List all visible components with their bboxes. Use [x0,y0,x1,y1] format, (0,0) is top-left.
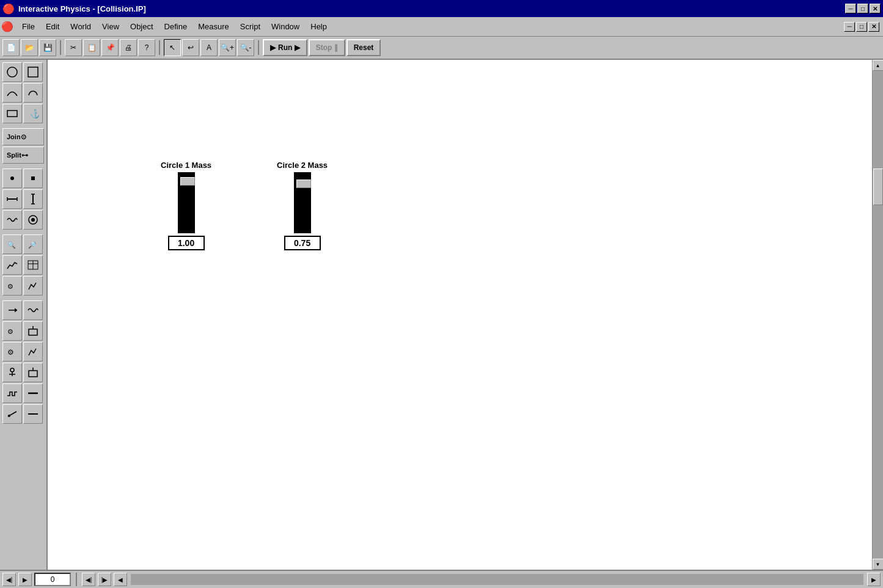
tool-measure1[interactable]: ⚙ [2,276,22,296]
h-scrollbar[interactable] [131,574,863,585]
tool-hbar[interactable] [23,383,43,403]
title-maximize-btn[interactable]: □ [857,4,868,13]
cut-btn[interactable]: ✂ [65,39,82,56]
run-icon: ▶ [270,43,276,52]
menu-help[interactable]: Help [306,20,332,34]
svg-rect-2 [7,111,17,117]
nav-right-btn[interactable]: ▶ [867,573,881,586]
tool-vline[interactable] [23,189,43,209]
tool-input[interactable] [23,321,43,341]
run-button[interactable]: ▶ Run ▶ [263,39,307,56]
circle2-mass-slider[interactable] [294,172,311,233]
tool-person[interactable] [2,363,22,382]
new-btn[interactable]: 📄 [2,39,20,56]
title-text: Interactive Physics - [Collision.IP] [18,4,146,13]
circle2-mass-value[interactable]: 0.75 [284,236,321,250]
scroll-down-btn[interactable]: ▼ [873,559,884,570]
menu-define[interactable]: Define [159,20,192,34]
reset-label: Reset [354,43,374,52]
svg-point-0 [7,67,17,77]
menu-window[interactable]: Window [266,20,304,34]
physics-canvas [48,60,231,151]
tool-sensor[interactable] [23,363,43,382]
save-btn[interactable]: 💾 [39,39,56,56]
open-btn[interactable]: 📂 [21,39,38,56]
circle1-mass-value[interactable]: 1.00 [168,236,205,250]
title-bar: 🔴 Interactive Physics - [Collision.IP] ─… [0,0,883,17]
tool-force[interactable] [2,300,22,320]
tool-graph[interactable] [2,255,22,275]
tool-gear[interactable]: ⚙ [2,342,22,361]
menu-file[interactable]: File [17,20,40,34]
tool-signal[interactable] [2,383,22,403]
text-btn[interactable]: A [200,39,218,56]
copy-btn[interactable]: 📋 [83,39,100,56]
menu-script[interactable]: Script [235,20,265,34]
help-btn[interactable]: ? [138,39,155,56]
tool-measure2[interactable] [23,276,43,296]
tool-table[interactable] [23,255,43,275]
paste-btn[interactable]: 📌 [101,39,119,56]
circle1-slider-thumb[interactable] [180,177,195,186]
canvas-area[interactable]: Circle 1 Mass 1.00 Circle 2 Mass 0.75 [48,60,872,570]
toolbar-sep-1 [60,40,61,55]
tool-rect[interactable] [23,62,43,82]
split-btn[interactable]: Split⊶ [2,147,44,164]
tool-point[interactable] [2,169,22,188]
menu-object[interactable]: Object [125,20,158,34]
tool-spring[interactable] [2,210,22,230]
tool-damper[interactable] [23,210,43,230]
svg-point-13 [31,218,35,222]
nav-next-btn[interactable]: |▶ [98,573,111,586]
scroll-up-btn[interactable]: ▲ [873,60,884,71]
title-close-btn[interactable]: ✕ [870,4,881,13]
stop-button[interactable]: Stop ‖ [309,39,345,56]
menu-view[interactable]: View [97,20,124,34]
tool-motor[interactable]: ⚙ [2,321,22,341]
menu-close-btn[interactable]: ✕ [868,22,879,32]
tool-output[interactable] [23,342,43,361]
nav-rev-btn[interactable]: ◀ [114,573,127,586]
menu-app-icon: 🔴 [1,21,13,32]
tool-track3[interactable] [2,404,22,424]
menu-edit[interactable]: Edit [41,20,64,34]
svg-text:🔍: 🔍 [7,241,16,249]
circle1-mass-slider[interactable] [178,172,195,233]
zoom-out-btn[interactable]: 🔍- [237,39,254,56]
svg-point-25 [10,368,14,372]
menu-world[interactable]: World [65,20,96,34]
scroll-track[interactable] [873,71,884,559]
tool-circle[interactable] [2,62,22,82]
menu-minimize-btn[interactable]: ─ [844,22,855,32]
toolbar-sep-3 [258,40,259,55]
tool-freehand[interactable] [23,83,43,103]
title-minimize-btn[interactable]: ─ [845,4,856,13]
reset-button[interactable]: Reset [346,39,381,56]
tool-track[interactable]: 🔍 [2,234,22,254]
nav-prev-btn[interactable]: ◀| [82,573,95,586]
join-btn[interactable]: Join⊙ [2,128,44,145]
circle2-slider-thumb[interactable] [296,180,311,188]
tool-hline[interactable] [2,189,22,209]
menu-measure[interactable]: Measure [193,20,234,34]
tool-curve[interactable] [2,83,22,103]
tool-track2[interactable]: 🔎 [23,234,43,254]
tool-square-point[interactable] [23,169,43,188]
circle1-mass-control: Circle 1 Mass 1.00 [161,161,211,250]
tool-anchor[interactable]: ⚓ [23,104,43,123]
svg-rect-28 [29,371,37,377]
nav-start-btn[interactable]: ◀| [2,573,16,586]
tool-rect2[interactable] [2,104,22,123]
svg-text:🔎: 🔎 [28,241,37,249]
scroll-thumb[interactable] [873,169,883,205]
zoom-in-btn[interactable]: 🔍+ [219,39,236,56]
tool-sep-h[interactable] [23,404,43,424]
select-btn[interactable]: ↖ [164,39,181,56]
menu-maximize-btn[interactable]: □ [856,22,867,32]
frame-input[interactable] [34,573,71,586]
undo-btn[interactable]: ↩ [182,39,199,56]
nav-play-btn[interactable]: ▶ [18,573,32,586]
svg-rect-22 [29,329,37,335]
print-btn[interactable]: 🖨 [120,39,137,56]
tool-wave[interactable] [23,300,43,320]
